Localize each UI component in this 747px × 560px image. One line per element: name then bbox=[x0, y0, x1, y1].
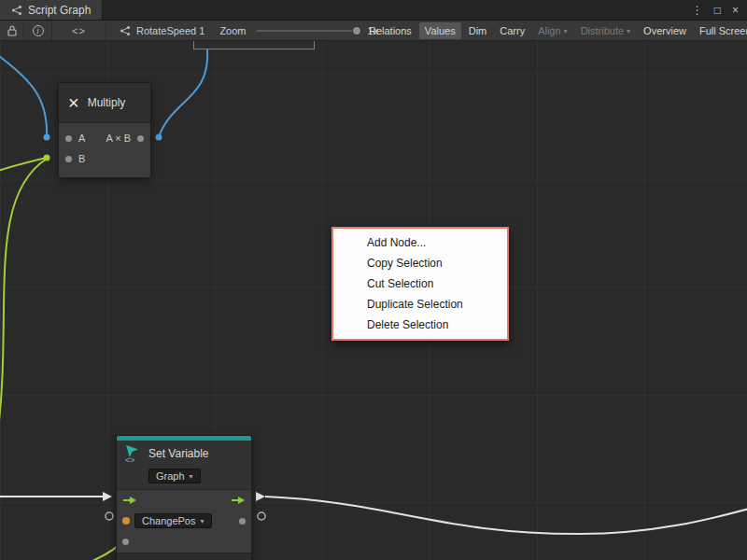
window-menu-icon[interactable]: ⋮ bbox=[692, 4, 703, 17]
chevron-down-icon: ▾ bbox=[627, 23, 630, 39]
lock-button[interactable] bbox=[0, 21, 24, 40]
menu-item-cut-selection[interactable]: Cut Selection bbox=[333, 273, 507, 294]
node-title: Multiply bbox=[88, 96, 126, 109]
graph-breadcrumb[interactable]: RotateSpeed 1 bbox=[120, 25, 204, 36]
menu-item-add-node[interactable]: Add Node... bbox=[333, 232, 507, 253]
menu-item-duplicate-selection[interactable]: Duplicate Selection bbox=[333, 294, 507, 315]
tab-script-graph[interactable]: Script Graph bbox=[0, 0, 103, 20]
zoom-slider[interactable] bbox=[256, 30, 359, 32]
scope-dropdown[interactable]: Graph ▾ bbox=[148, 469, 201, 483]
value-port-circle bbox=[258, 512, 265, 520]
maximize-icon[interactable]: □ bbox=[714, 4, 721, 17]
relations-button[interactable]: Relations bbox=[363, 22, 417, 39]
node-header[interactable]: <> Set Variable bbox=[117, 441, 251, 465]
tab-title: Script Graph bbox=[28, 4, 91, 17]
inspector-button[interactable]: i bbox=[24, 21, 52, 40]
distribute-button[interactable]: Distribute ▾ bbox=[575, 22, 636, 39]
port-dot bbox=[44, 134, 50, 141]
chevron-down-icon: ▾ bbox=[564, 23, 568, 39]
port-dot bbox=[44, 155, 50, 161]
node-body: ChangePos ▾ bbox=[117, 489, 251, 560]
node-body: A A × B B bbox=[59, 122, 150, 177]
svg-text:<>: <> bbox=[125, 455, 135, 464]
wire-blue-top bbox=[159, 49, 207, 137]
flow-port-row bbox=[117, 490, 251, 511]
zoom-slider-thumb[interactable] bbox=[352, 26, 361, 35]
node-header[interactable]: × Multiply bbox=[59, 83, 150, 122]
context-menu: Add Node... Copy Selection Cut Selection… bbox=[331, 227, 509, 341]
wire-green-left bbox=[0, 158, 47, 172]
toolbar-buttons: Relations Values Dim Carry Align ▾ Distr… bbox=[362, 21, 747, 41]
flow-arrowhead bbox=[256, 492, 265, 501]
value-port-circle bbox=[106, 512, 113, 520]
chevron-down-icon: ▾ bbox=[201, 517, 204, 525]
port-row-b: B bbox=[59, 148, 150, 169]
script-graph-window: Script Graph ⋮ □ × i <> bbox=[0, 0, 747, 560]
flow-in-arrow-icon[interactable] bbox=[122, 496, 137, 505]
node-multiply[interactable]: × Multiply A A × B B bbox=[58, 82, 151, 178]
port-label-result: A × B bbox=[106, 133, 131, 144]
graph-canvas[interactable]: × Multiply A A × B B bbox=[0, 41, 747, 560]
dim-button[interactable]: Dim bbox=[463, 22, 493, 39]
value-input-port[interactable] bbox=[122, 539, 129, 545]
title-bar: Script Graph ⋮ □ × bbox=[0, 0, 747, 21]
code-icon: <> bbox=[72, 25, 86, 36]
variable-name: ChangePos bbox=[142, 515, 196, 526]
graph-icon bbox=[120, 25, 131, 36]
input-port-a[interactable] bbox=[65, 135, 72, 142]
wire-green-long bbox=[0, 159, 47, 442]
port-label-b: B bbox=[78, 153, 85, 164]
menu-item-copy-selection[interactable]: Copy Selection bbox=[333, 253, 507, 273]
port-dot bbox=[156, 134, 162, 141]
input-port-b[interactable] bbox=[65, 156, 72, 162]
variable-scope-row: Graph ▾ bbox=[117, 465, 251, 489]
zoom-label: Zoom bbox=[219, 25, 246, 36]
graph-name: RotateSpeed 1 bbox=[136, 25, 204, 36]
node-title: Set Variable bbox=[148, 447, 208, 460]
window-controls: ⋮ □ × bbox=[692, 0, 747, 20]
flow-out-arrow-icon[interactable] bbox=[231, 496, 246, 505]
values-button[interactable]: Values bbox=[419, 22, 461, 39]
info-icon: i bbox=[33, 25, 44, 36]
node-footer bbox=[117, 553, 251, 560]
distribute-label: Distribute bbox=[581, 23, 624, 39]
node-fragment-top[interactable] bbox=[193, 41, 315, 49]
variable-output-port[interactable] bbox=[239, 518, 246, 525]
port-row-a: A A × B bbox=[59, 128, 150, 148]
align-button[interactable]: Align ▾ bbox=[532, 22, 572, 39]
menu-item-delete-selection[interactable]: Delete Selection bbox=[333, 315, 507, 335]
wire-white-out bbox=[265, 497, 747, 534]
overview-button[interactable]: Overview bbox=[638, 22, 692, 39]
carry-button[interactable]: Carry bbox=[494, 22, 530, 39]
multiply-icon: × bbox=[68, 93, 79, 112]
variable-dropdown[interactable]: ChangePos ▾ bbox=[134, 513, 212, 528]
chevron-down-icon: ▾ bbox=[190, 472, 193, 481]
zoom-control: Zoom 1x bbox=[219, 25, 378, 36]
variable-input-port[interactable] bbox=[122, 517, 130, 525]
fullscreen-button[interactable]: Full Screen bbox=[694, 22, 747, 39]
value-input-row bbox=[117, 531, 251, 552]
lock-icon bbox=[7, 25, 17, 36]
graph-icon bbox=[11, 5, 22, 16]
port-label-a: A bbox=[78, 133, 85, 144]
code-view-button[interactable]: <> bbox=[52, 21, 106, 40]
flow-arrowhead bbox=[103, 492, 112, 501]
close-icon[interactable]: × bbox=[732, 4, 739, 17]
node-set-variable[interactable]: <> Set Variable Graph ▾ bbox=[116, 435, 252, 560]
graph-toolbar: i <> RotateSpeed 1 Zoom 1x Relations Val… bbox=[0, 21, 747, 41]
set-variable-icon: <> bbox=[123, 443, 142, 464]
align-label: Align bbox=[538, 23, 560, 39]
wire-blue-left bbox=[0, 52, 47, 137]
variable-value-row: ChangePos ▾ bbox=[117, 511, 251, 531]
output-port-result[interactable] bbox=[137, 135, 144, 142]
scope-label: Graph bbox=[156, 470, 185, 482]
